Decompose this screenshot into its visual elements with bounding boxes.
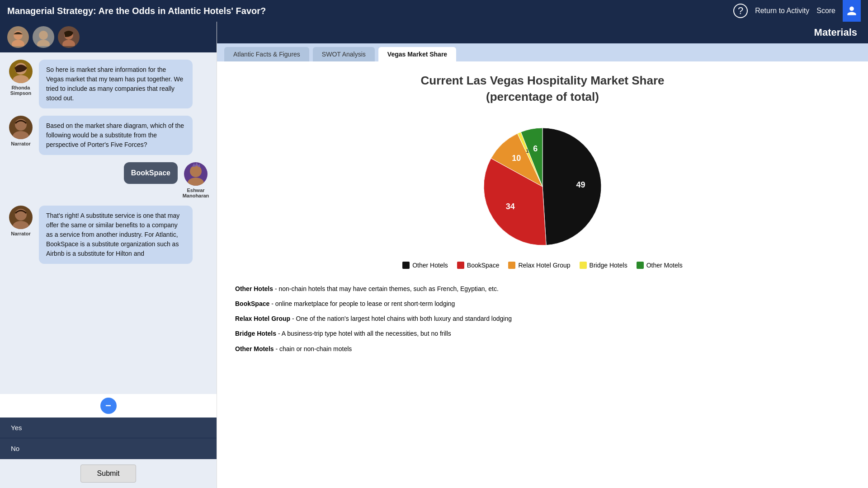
svg-point-9: [13, 131, 29, 139]
pie-label-other-hotels: 49: [576, 180, 585, 189]
legend: Other Hotels BookSpace Relax Hotel Group…: [402, 262, 683, 269]
narrator-avatar-1: Narrator: [7, 116, 34, 146]
answer-options: Yes No: [0, 418, 217, 459]
chat-message-rhonda: RhondaSimpson So here is market share in…: [7, 60, 209, 108]
narrator-bubble-2: That's right! A substitute service is on…: [39, 206, 193, 264]
desc-text-other-hotels: - non-chain hotels that may have certain…: [275, 285, 499, 292]
desc-label-other-motels: Other Motels: [235, 345, 274, 352]
legend-label-other-motels: Other Motels: [646, 262, 683, 269]
desc-label-relax: Relax Hotel Group: [235, 315, 290, 322]
narrator-bubble-1: Based on the market share diagram, which…: [39, 116, 193, 155]
main-layout: RhondaSimpson So here is market share in…: [0, 22, 868, 488]
legend-bookspace: BookSpace: [457, 262, 500, 269]
desc-other-motels: Other Motels - chain or non-chain motels: [235, 343, 850, 355]
legend-label-bookspace: BookSpace: [467, 262, 500, 269]
legend-color-relax: [508, 262, 515, 269]
legend-label-bridge: Bridge Hotels: [590, 262, 627, 269]
desc-text-bridge: - A business-trip type hotel with all th…: [278, 330, 451, 337]
svg-point-11: [188, 178, 204, 186]
help-button[interactable]: ?: [733, 4, 748, 18]
legend-label-relax: Relax Hotel Group: [518, 262, 570, 269]
svg-point-2: [39, 31, 48, 40]
avatar-2: [33, 26, 54, 48]
pie-label-other-motels: 6: [533, 144, 538, 153]
topbar-user-icon[interactable]: [843, 0, 861, 22]
desc-other-hotels: Other Hotels - non-chain hotels that may…: [235, 283, 850, 295]
submit-area: Submit: [0, 459, 217, 488]
rhonda-avatar: RhondaSimpson: [7, 60, 34, 96]
desc-label-other-hotels: Other Hotels: [235, 285, 273, 292]
legend-color-other-hotels: [402, 262, 410, 269]
narrator-name-2: Narrator: [11, 231, 30, 236]
score-button[interactable]: Score: [816, 7, 835, 15]
submit-button[interactable]: Submit: [80, 465, 137, 483]
desc-label-bridge: Bridge Hotels: [235, 330, 276, 337]
chat-message-narrator-2: Narrator That's right! A substitute serv…: [7, 206, 209, 264]
desc-bridge: Bridge Hotels - A business-trip type hot…: [235, 328, 850, 339]
legend-label-other-hotels: Other Hotels: [412, 262, 448, 269]
chat-message-narrator-1: Narrator Based on the market share diagr…: [7, 116, 209, 155]
narrator-name-1: Narrator: [11, 141, 30, 146]
tab-vegas-market-share[interactable]: Vegas Market Share: [378, 47, 456, 61]
narrator-avatar-2: Narrator: [7, 206, 34, 236]
scroll-down-button[interactable]: −: [100, 398, 117, 414]
legend-color-other-motels: [637, 262, 644, 269]
answer-yes[interactable]: Yes: [0, 418, 217, 438]
eshwar-name: EshwarManoharan: [183, 188, 209, 198]
svg-point-1: [12, 40, 24, 46]
return-to-activity-button[interactable]: Return to Activity: [755, 7, 809, 15]
left-panel: RhondaSimpson So here is market share in…: [0, 22, 217, 488]
rhonda-name: RhondaSimpson: [10, 85, 31, 96]
right-panel: Materials Atlantic Facts & Figures SWOT …: [217, 22, 868, 488]
svg-marker-13: [195, 162, 198, 166]
chat-area: RhondaSimpson So here is market share in…: [0, 52, 217, 394]
legend-bridge: Bridge Hotels: [580, 262, 627, 269]
content-area: Current Las Vegas Hospitality Market Sha…: [217, 61, 868, 488]
eshwar-bubble: BookSpace: [124, 162, 178, 184]
legend-other-motels: Other Motels: [637, 262, 683, 269]
svg-point-3: [37, 40, 50, 46]
legend-other-hotels: Other Hotels: [402, 262, 448, 269]
legend-color-bookspace: [457, 262, 464, 269]
pie-chart-main: 49341016: [475, 119, 610, 254]
answer-no[interactable]: No: [0, 438, 217, 459]
chat-message-eshwar: EshwarManoharan BookSpace: [7, 162, 209, 198]
topbar: Managerial Strategy: Are the Odds in Atl…: [0, 0, 868, 22]
svg-point-16: [13, 221, 29, 229]
avatar-3: [58, 26, 80, 48]
rhonda-bubble: So here is market share information for …: [39, 60, 193, 108]
legend-relax: Relax Hotel Group: [508, 262, 570, 269]
svg-point-7: [13, 75, 29, 83]
materials-header: Materials: [217, 22, 868, 43]
svg-point-5: [62, 40, 75, 46]
tabs-row: Atlantic Facts & Figures SWOT Analysis V…: [217, 43, 868, 61]
tab-swot[interactable]: SWOT Analysis: [313, 47, 375, 61]
svg-point-10: [190, 165, 202, 177]
page-title: Managerial Strategy: Are the Odds in Atl…: [7, 6, 726, 16]
avatar-1: [7, 26, 29, 48]
desc-text-bookspace: - online marketplace for people to lease…: [271, 300, 455, 307]
descriptions: Other Hotels - non-chain hotels that may…: [235, 283, 850, 355]
desc-text-relax: - One of the nation's largest hotel chai…: [292, 315, 512, 322]
desc-label-bookspace: BookSpace: [235, 300, 269, 307]
scroll-indicator: −: [0, 394, 217, 418]
pie-slice-other-hotels: [542, 128, 601, 245]
pie-label-relax-hotel-group: 10: [512, 154, 521, 163]
desc-bookspace: BookSpace - online marketplace for peopl…: [235, 298, 850, 310]
chart-title: Current Las Vegas Hospitality Market Sha…: [235, 72, 850, 105]
desc-relax: Relax Hotel Group - One of the nation's …: [235, 313, 850, 324]
pie-label-bookspace: 34: [506, 202, 515, 211]
pie-area: 49341016 Other Hotels BookSpace Relax Ho…: [235, 119, 850, 276]
tab-atlantic-facts[interactable]: Atlantic Facts & Figures: [224, 47, 309, 61]
svg-marker-12: [192, 163, 196, 167]
legend-color-bridge: [580, 262, 587, 269]
eshwar-avatar: EshwarManoharan: [182, 162, 209, 198]
avatars-row: [0, 22, 217, 52]
desc-text-other-motels: - chain or non-chain motels: [275, 345, 352, 352]
